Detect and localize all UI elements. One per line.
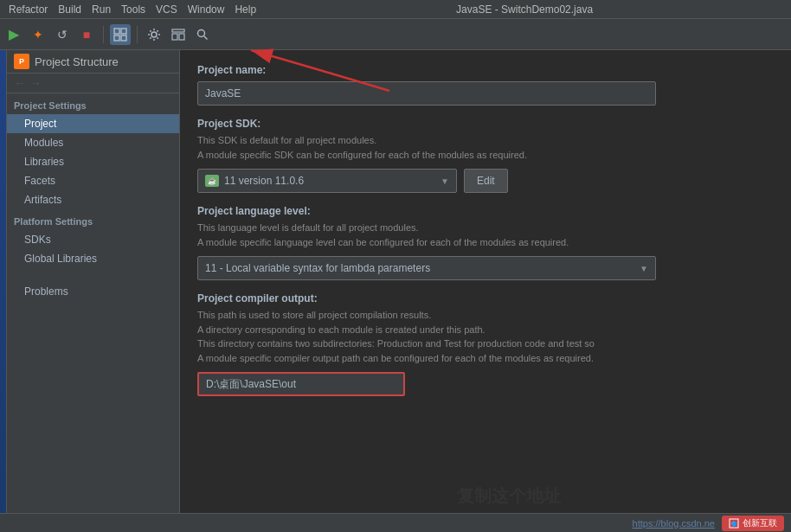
panel-logo: P	[14, 54, 29, 69]
panel-nav: ← →	[7, 74, 179, 93]
stop-button[interactable]: ■	[76, 24, 97, 45]
panel-title: Project Structure	[35, 55, 119, 68]
search-button[interactable]	[192, 24, 213, 45]
sidebar-item-global-libraries[interactable]: Global Libraries	[7, 249, 179, 268]
debug-button[interactable]: ✦	[28, 24, 48, 45]
settings-button[interactable]	[144, 24, 164, 45]
lang-level-title: Project language level:	[197, 205, 774, 217]
nav-back[interactable]: ←	[14, 76, 26, 90]
project-name-input[interactable]	[197, 81, 656, 106]
menu-bar: Refactor Build Run Tools VCS Window Help…	[0, 0, 791, 19]
sdk-dropdown[interactable]: ☕ 11 version 11.0.6 ▼	[197, 169, 457, 193]
watermark-badge: 🔷 创新互联	[722, 516, 784, 531]
side-strip	[0, 50, 7, 513]
nav-forward[interactable]: →	[29, 76, 42, 90]
svg-rect-3	[121, 35, 126, 41]
menu-window[interactable]: Window	[183, 3, 230, 16]
svg-rect-6	[172, 34, 177, 40]
status-url: https://blog.csdn.ne	[633, 518, 715, 529]
svg-rect-7	[179, 34, 184, 40]
annotation-bottom-text: 复制这个地址	[457, 484, 561, 508]
menu-refactor[interactable]: Refactor	[3, 3, 53, 16]
sdk-desc: This SDK is default for all project modu…	[197, 133, 774, 162]
left-panel: P Project Structure ← → Project Settings…	[7, 50, 180, 513]
sidebar-item-libraries[interactable]: Libraries	[7, 152, 179, 171]
panel-header: P Project Structure	[7, 50, 179, 74]
compiler-output-title: Project compiler output:	[197, 292, 774, 304]
run-button[interactable]: ▶	[3, 24, 24, 45]
content-panel: Project name: Project SDK: This SDK is d…	[180, 50, 791, 513]
compiler-desc: This path is used to store all project c…	[197, 308, 774, 365]
project-structure-button[interactable]	[110, 24, 131, 45]
project-name-label: Project name:	[197, 64, 774, 76]
svg-rect-2	[114, 35, 119, 41]
reload-button[interactable]: ↺	[52, 24, 73, 45]
svg-rect-1	[121, 29, 126, 34]
sdk-row: ☕ 11 version 11.0.6 ▼ Edit	[197, 169, 774, 193]
separator-1	[103, 26, 104, 43]
lang-value: 11 - Local variable syntax for lambda pa…	[205, 262, 430, 274]
separator-2	[137, 26, 138, 43]
project-sdk-title: Project SDK:	[197, 118, 774, 130]
lang-desc: This language level is default for all p…	[197, 221, 774, 249]
sidebar-item-artifacts[interactable]: Artifacts	[7, 190, 179, 209]
toolbar: ▶ ✦ ↺ ■	[0, 19, 791, 50]
lang-dropdown[interactable]: 11 - Local variable syntax for lambda pa…	[197, 256, 656, 280]
lang-dropdown-arrow: ▼	[640, 264, 648, 273]
compiler-output-input[interactable]	[197, 372, 405, 396]
sidebar-item-problems[interactable]: Problems	[7, 282, 179, 301]
menu-run[interactable]: Run	[87, 3, 116, 16]
menu-build[interactable]: Build	[53, 3, 87, 16]
badge-icon: 🔷	[729, 518, 739, 529]
sidebar-item-modules[interactable]: Modules	[7, 133, 179, 152]
sdk-icon: ☕	[205, 175, 219, 187]
layout-button[interactable]	[168, 24, 189, 45]
window-title: JavaSE - SwitchDemo02.java	[261, 3, 788, 16]
edit-sdk-button[interactable]: Edit	[464, 169, 508, 193]
watermark-text: 创新互联	[743, 517, 777, 529]
svg-rect-5	[172, 29, 184, 32]
menu-tools[interactable]: Tools	[116, 3, 151, 16]
sidebar-item-facets[interactable]: Facets	[7, 171, 179, 190]
project-settings-label: Project Settings	[7, 93, 179, 114]
menu-help[interactable]: Help	[229, 3, 261, 16]
sidebar-item-sdks[interactable]: SDKs	[7, 230, 179, 249]
status-bar: https://blog.csdn.ne 🔷 创新互联	[0, 513, 791, 532]
menu-vcs[interactable]: VCS	[151, 3, 183, 16]
svg-point-8	[198, 29, 205, 36]
svg-rect-0	[114, 29, 119, 34]
svg-point-4	[151, 32, 157, 37]
sdk-value: 11 version 11.0.6	[224, 175, 304, 187]
svg-text:🔷: 🔷	[730, 520, 738, 528]
platform-settings-label: Platform Settings	[7, 209, 179, 230]
sidebar-item-project[interactable]: Project	[7, 114, 179, 133]
sdk-dropdown-arrow: ▼	[441, 176, 449, 186]
